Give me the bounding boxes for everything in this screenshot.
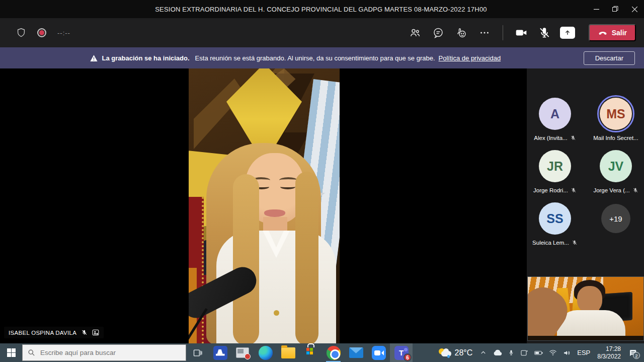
notification-count-badge: 2	[633, 352, 640, 359]
windows-taskbar: T 6 28°C	[0, 343, 644, 362]
meeting-title: SESION EXTRAORDINARIA DEL H. CONCEJO PRO…	[0, 6, 587, 13]
mic-muted-icon	[571, 187, 577, 193]
participant-name: Alex (Invita...	[534, 135, 567, 141]
recording-indicator-icon	[37, 28, 46, 37]
spotlight-icon	[92, 329, 99, 336]
toolbar-right: Salir	[406, 24, 636, 42]
tray-date: 8/3/2022	[597, 353, 621, 360]
more-options-icon[interactable]	[475, 24, 494, 42]
google-chrome-icon	[327, 346, 341, 360]
main-video-area: ISABEL OSPINA DAVILA	[0, 68, 527, 343]
teams-notification-badge: 6	[404, 353, 412, 361]
meeting-toolbar: --:--	[0, 18, 644, 47]
participants-panel: A Alex (Invita... MS Mail Info Secret...…	[527, 68, 644, 343]
file-explorer-icon	[281, 347, 295, 358]
hidden-icons-chevron[interactable]	[477, 343, 489, 362]
window-controls	[587, 0, 644, 18]
desk-edge	[528, 336, 643, 340]
action-center-button[interactable]: 2	[625, 343, 642, 362]
avatar: SS	[539, 202, 571, 235]
taskbar-app-scanner[interactable]	[209, 343, 231, 362]
taskbar-app-file-explorer[interactable]	[277, 343, 299, 362]
chat-icon[interactable]	[429, 24, 447, 42]
active-speaker-name-tag: ISABEL OSPINA DAVILA	[4, 327, 104, 338]
main-video	[189, 68, 340, 343]
warning-icon	[90, 54, 98, 62]
search-input[interactable]	[40, 349, 161, 356]
recording-banner: La grabación se ha iniciado. Esta reunió…	[0, 47, 644, 68]
security-shield-icon[interactable]	[12, 24, 30, 42]
self-face	[577, 286, 602, 313]
avatar: A	[539, 98, 571, 130]
system-tray: 28°C ESP 17	[434, 343, 644, 362]
mic-muted-icon	[572, 240, 578, 246]
taskbar-search[interactable]	[22, 344, 186, 361]
participants-row: SS Suleica Lem... +19	[527, 202, 644, 247]
restore-button[interactable]	[606, 0, 625, 18]
avatar-speaking: MS	[600, 98, 632, 130]
participant-name: Suleica Lem...	[532, 240, 569, 246]
mic-muted-icon	[632, 187, 638, 193]
taskbar-app-mail[interactable]	[345, 343, 367, 362]
taskbar-app-zoom[interactable]	[367, 343, 390, 362]
participants-row: A Alex (Invita... MS Mail Info Secret...	[527, 98, 644, 142]
scanner-app-icon	[213, 346, 227, 360]
participant-tile[interactable]: JV Jorge Vera (...	[595, 150, 636, 194]
taskbar-app-chrome[interactable]	[322, 343, 345, 362]
speaker-hair-strand	[233, 174, 259, 343]
active-speaker-name: ISABEL OSPINA DAVILA	[9, 330, 76, 336]
temperature: 28°C	[455, 348, 473, 357]
privacy-policy-link[interactable]: Política de privacidad	[439, 54, 501, 62]
mic-muted-icon[interactable]	[535, 24, 553, 42]
share-screen-icon[interactable]	[558, 24, 577, 42]
battery-icon[interactable]	[532, 343, 545, 362]
mic-muted-icon	[570, 135, 576, 141]
dismiss-button[interactable]: Descartar	[584, 51, 635, 65]
task-view-button[interactable]	[186, 343, 209, 362]
participant-tile[interactable]: JR Jorge Rodri...	[534, 150, 576, 194]
weather-icon	[438, 348, 451, 358]
meeting-stage: ISABEL OSPINA DAVILA A	[0, 68, 644, 343]
microsoft-edge-icon	[259, 346, 273, 360]
minimize-button[interactable]	[587, 0, 606, 18]
participant-name: Jorge Vera (...	[593, 187, 629, 193]
banner-message: Esta reunión se está grabando. Al unirse…	[195, 54, 435, 62]
mail-icon	[349, 347, 363, 358]
weather-widget[interactable]: 28°C	[434, 348, 477, 358]
participant-tile[interactable]: A Alex (Invita...	[534, 98, 576, 142]
participants-row: JR Jorge Rodri... JV Jorge Vera (...	[527, 150, 644, 194]
self-view-video[interactable]	[527, 276, 644, 341]
volume-icon[interactable]	[560, 343, 574, 362]
leave-button-label: Salir	[612, 29, 627, 37]
taskbar-app-edge[interactable]	[254, 343, 277, 362]
participant-tile[interactable]: SS Suleica Lem...	[534, 202, 576, 247]
teams-meeting-window: SESION EXTRAORDINARIA DEL H. CONCEJO PRO…	[0, 0, 644, 362]
tray-microphone-icon[interactable]	[506, 343, 517, 362]
search-icon	[28, 349, 35, 356]
participant-tile[interactable]: MS Mail Info Secret...	[595, 98, 636, 142]
clock[interactable]: 17:28 8/3/2022	[594, 345, 624, 360]
taskbar-app-teams[interactable]: T 6	[390, 343, 413, 362]
onedrive-icon[interactable]	[490, 343, 505, 362]
reactions-icon[interactable]	[452, 24, 470, 42]
toolbar-divider	[503, 25, 503, 40]
taskbar-app-screen-recorder[interactable]	[231, 343, 254, 362]
title-bar: SESION EXTRAORDINARIA DEL H. CONCEJO PRO…	[0, 0, 644, 18]
tablet-device-icon[interactable]	[518, 343, 531, 362]
recording-banner-text: La grabación se ha iniciado. Esta reunió…	[7, 54, 584, 62]
leave-button[interactable]: Salir	[589, 24, 636, 41]
participants-icon[interactable]	[406, 24, 424, 42]
taskbar-app-store[interactable]	[299, 343, 322, 362]
wifi-icon[interactable]	[546, 343, 559, 362]
camera-on-icon[interactable]	[512, 24, 530, 42]
language-indicator[interactable]: ESP	[575, 343, 593, 362]
start-button[interactable]	[0, 343, 22, 362]
toolbar-left: --:--	[12, 24, 70, 42]
windows-logo-icon	[7, 348, 16, 357]
zoom-icon	[372, 346, 386, 360]
participant-name: Mail Info Secret...	[593, 135, 638, 141]
tray-time: 17:28	[597, 345, 621, 353]
overflow-participants-tile[interactable]: +19	[595, 202, 636, 247]
close-button[interactable]	[625, 0, 644, 18]
speaker-hair-strand	[295, 172, 318, 343]
